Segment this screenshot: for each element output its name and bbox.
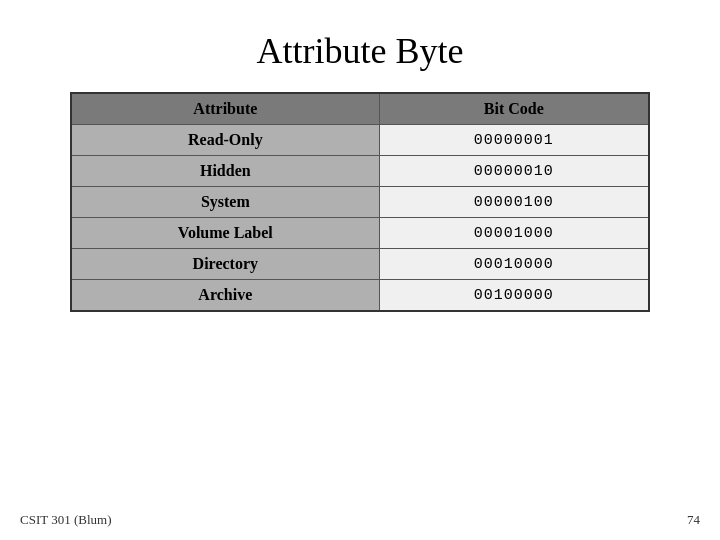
table-cell-attribute: System	[71, 187, 379, 218]
table-header-row: Attribute Bit Code	[71, 93, 649, 125]
table-cell-bitcode: 00010000	[379, 249, 649, 280]
attribute-table-container: Attribute Bit Code Read-Only00000001Hidd…	[70, 92, 650, 312]
table-cell-bitcode: 00000010	[379, 156, 649, 187]
footer-course: CSIT 301 (Blum)	[20, 512, 112, 528]
table-row: Archive00100000	[71, 280, 649, 312]
table-cell-attribute: Archive	[71, 280, 379, 312]
table-cell-attribute: Read-Only	[71, 125, 379, 156]
footer-page: 74	[687, 512, 700, 528]
table-cell-bitcode: 00000001	[379, 125, 649, 156]
table-row: Read-Only00000001	[71, 125, 649, 156]
col-header-attribute: Attribute	[71, 93, 379, 125]
table-row: Directory00010000	[71, 249, 649, 280]
table-cell-bitcode: 00000100	[379, 187, 649, 218]
col-header-bitcode: Bit Code	[379, 93, 649, 125]
page-title: Attribute Byte	[0, 0, 720, 92]
attribute-table: Attribute Bit Code Read-Only00000001Hidd…	[70, 92, 650, 312]
table-row: Hidden00000010	[71, 156, 649, 187]
table-cell-attribute: Hidden	[71, 156, 379, 187]
table-cell-attribute: Volume Label	[71, 218, 379, 249]
table-row: System00000100	[71, 187, 649, 218]
table-row: Volume Label00001000	[71, 218, 649, 249]
table-cell-attribute: Directory	[71, 249, 379, 280]
table-cell-bitcode: 00100000	[379, 280, 649, 312]
table-cell-bitcode: 00001000	[379, 218, 649, 249]
